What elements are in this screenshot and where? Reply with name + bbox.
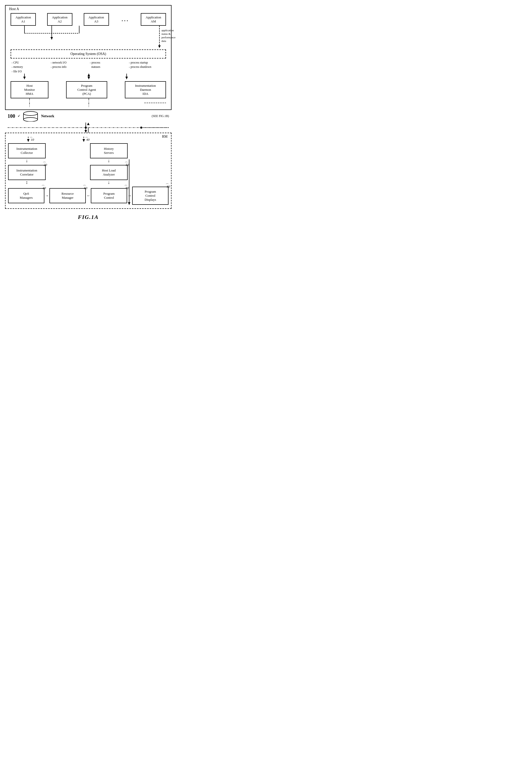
data-col-4: - process startup- process shutdown	[128, 61, 166, 74]
instrumentation-collector-box: InstrumentationCollector	[8, 143, 46, 158]
os-box: Operating System (OSA)	[11, 50, 166, 59]
data-to-comp-arrows	[11, 74, 166, 81]
svg-marker-5	[51, 37, 53, 40]
comp-network-svg	[11, 98, 166, 107]
rm-arrows-2: ↕ ↓	[8, 180, 168, 186]
app-arrows-svg: application status & performance data	[11, 26, 166, 49]
hla-to-rm-arrow: ↓	[90, 180, 128, 185]
icorr-to-qos-arrow: ↕	[8, 180, 46, 185]
svg-marker-16	[87, 74, 90, 76]
app-dots: . . .	[120, 17, 130, 22]
ida-box: InstrumentationDaemonIDA	[125, 81, 166, 98]
rm-row3-container: QoSManagers 30 ⌒ → ResourceManager 60 ⌒ …	[8, 186, 168, 205]
network-row: 100 ↙ Network (SEE FIG.1B)	[8, 111, 169, 122]
qos-to-rm-arrow: →	[45, 193, 50, 198]
svg-text:⌒: ⌒	[85, 137, 88, 141]
data-col-2: - network I/O- process info	[50, 61, 88, 74]
data-columns: - CPU- memory- file I/O - network I/O- p…	[8, 61, 168, 74]
page: Host A ApplicationA1 ApplicationA2 Appli…	[5, 5, 171, 220]
program-control-box: ProgramControl	[91, 188, 127, 203]
qos-managers-box: QoSManagers	[8, 188, 45, 203]
applications-row: ApplicationA1 ApplicationA2 ApplicationA…	[8, 13, 168, 26]
host-a-box: Host A ApplicationA1 ApplicationA2 Appli…	[5, 5, 171, 110]
rm-top-arrows: 10 ⌒ 40 ⌒	[8, 137, 168, 143]
rm-box: RM 10 ⌒ 40 ⌒ InstrumentationCollector	[5, 133, 171, 209]
program-control-displays-box: ProgramControlDisplays	[132, 186, 168, 205]
app-a3: ApplicationA3	[84, 13, 109, 26]
rm-to-pc-arrow: ↔	[86, 194, 91, 198]
data-col-3: - process statuses	[89, 61, 127, 74]
svg-text:status &: status &	[161, 32, 171, 35]
rm-row1: InstrumentationCollector HistoryServers	[8, 143, 168, 158]
svg-text:application: application	[161, 29, 174, 32]
data-arrows-svg	[11, 74, 166, 81]
os-label: Operating System (OSA)	[70, 52, 106, 56]
instrumentation-correlator-box: InstrumentationCorrelator	[8, 165, 46, 180]
svg-marker-18	[125, 77, 128, 79]
hma-box: HostMonitorHMA	[11, 81, 49, 98]
pca-box: ProgramControl Agent(PCA)	[66, 81, 107, 98]
host-a-label: Host A	[8, 7, 20, 11]
svg-marker-30	[84, 130, 87, 133]
svg-point-23	[23, 111, 37, 115]
app-to-os-arrows: application status & performance data	[11, 26, 166, 49]
host-load-analyzer-box: Host LoadAnalyzer	[90, 165, 128, 180]
network-cylinder	[23, 111, 38, 122]
svg-marker-7	[158, 46, 161, 48]
svg-point-24	[23, 118, 37, 122]
see-fig-label: (SEE FIG.1B)	[152, 114, 169, 118]
svg-marker-36	[27, 139, 29, 142]
app-a1: ApplicationA1	[11, 13, 36, 26]
svg-text:data: data	[161, 40, 166, 43]
network-lines	[8, 123, 169, 133]
svg-text:⌒: ⌒	[29, 137, 33, 141]
rm-row2: InstrumentationCorrelator 20 ⌒ Host Load…	[8, 165, 168, 180]
figure-label: FIG.1A	[5, 214, 171, 220]
network-ref-num: 100	[8, 113, 15, 119]
pc-to-pcd-arrow: →	[127, 193, 132, 198]
svg-marker-15	[87, 77, 90, 79]
svg-marker-40	[82, 139, 85, 142]
svg-text:performance: performance	[161, 36, 175, 39]
component-row: HostMonitorHMA ProgramControl Agent(PCA)…	[8, 81, 168, 98]
svg-marker-32	[87, 123, 89, 125]
network-label: Network	[41, 114, 54, 118]
data-col-1: - CPU- memory- file I/O	[11, 61, 49, 74]
comp-to-network-connectors	[11, 98, 166, 107]
app-am: ApplicationAM	[141, 13, 166, 26]
resource-manager-box: ResourceManager	[50, 188, 86, 203]
svg-marker-13	[23, 77, 26, 79]
app-a2: ApplicationA2	[47, 13, 72, 26]
history-servers-box: HistoryServers	[90, 143, 128, 158]
